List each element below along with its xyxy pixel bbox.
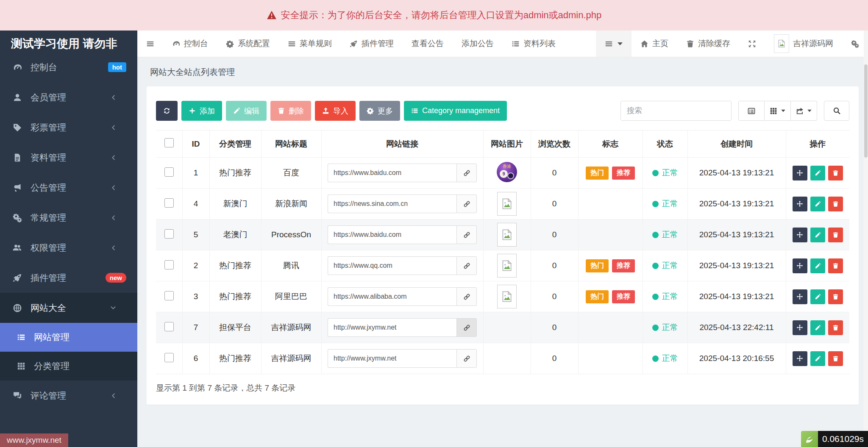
sidebar-subitem-分类管理[interactable]: 分类管理 — [0, 352, 137, 380]
column-header: 网站图片 — [483, 130, 531, 158]
scrollbar[interactable] — [864, 31, 868, 447]
sidebar-item-5[interactable]: 常规管理 — [0, 203, 137, 233]
url-input[interactable] — [328, 256, 456, 275]
url-input[interactable] — [328, 225, 456, 244]
row-move-button[interactable] — [793, 166, 807, 180]
row-move-button[interactable] — [793, 351, 807, 366]
sidebar-subitem-label: 网站管理 — [34, 331, 70, 343]
open-link-button[interactable] — [456, 349, 477, 368]
open-link-button[interactable] — [456, 256, 477, 275]
status-badge: 正常 — [652, 322, 678, 333]
view-button-group — [738, 101, 817, 121]
row-checkbox[interactable] — [164, 353, 174, 362]
row-delete-button[interactable] — [828, 197, 843, 211]
more-button[interactable]: 更多 — [359, 101, 400, 121]
row-edit-button[interactable] — [810, 258, 825, 273]
nav-item-查看公告[interactable]: 查看公告 — [403, 31, 453, 57]
columns-button[interactable] — [765, 101, 791, 121]
sidebar-item-3[interactable]: 资料管理 — [0, 142, 137, 172]
row-edit-button[interactable] — [810, 289, 825, 304]
nav-item-清除缓存[interactable]: 清除缓存 — [677, 31, 739, 57]
row-move-button[interactable] — [793, 228, 807, 242]
toggle-view-button[interactable] — [738, 101, 765, 121]
fullscreen-toggle[interactable] — [739, 31, 765, 57]
cell-category: 热门推荐 — [209, 158, 261, 189]
menu-toggle[interactable] — [137, 31, 163, 57]
sidebar-subitem-网站管理[interactable]: 网站管理 — [0, 323, 137, 352]
url-input[interactable] — [328, 164, 456, 182]
cell-id: 4 — [182, 189, 209, 219]
row-move-button[interactable] — [793, 320, 807, 335]
open-link-button[interactable] — [456, 164, 477, 182]
nav-item-label: 吉祥源码网 — [793, 38, 833, 49]
row-delete-button[interactable] — [828, 320, 843, 335]
row-checkbox[interactable] — [164, 229, 174, 239]
table-row: 4新澳门新浪新闻0正常2025-04-13 19:13:21 — [156, 189, 849, 219]
edit-button[interactable]: 编辑 — [226, 101, 267, 121]
row-checkbox[interactable] — [164, 322, 174, 331]
url-input[interactable] — [328, 318, 456, 337]
cell-created: 2025-04-13 19:13:21 — [687, 219, 786, 250]
row-delete-button[interactable] — [828, 166, 843, 180]
row-move-button[interactable] — [793, 197, 807, 211]
select-all-checkbox[interactable] — [164, 138, 174, 147]
nav-item-菜单规则[interactable]: 菜单规则 — [279, 31, 341, 57]
nav-item-系统配置[interactable]: 系统配置 — [217, 31, 279, 57]
row-delete-button[interactable] — [828, 228, 843, 242]
url-input[interactable] — [328, 349, 456, 368]
row-delete-button[interactable] — [828, 258, 843, 273]
sidebar-item-1[interactable]: 会员管理 — [0, 82, 137, 112]
cell-category: 热门推荐 — [209, 250, 261, 281]
nav-item-插件管理[interactable]: 插件管理 — [341, 31, 403, 57]
refresh-button[interactable] — [156, 101, 178, 121]
category-management-button[interactable]: Category management — [404, 101, 507, 121]
row-checkbox[interactable] — [164, 291, 174, 300]
nav-item-控制台[interactable]: 控制台 — [163, 31, 217, 57]
row-move-button[interactable] — [793, 258, 807, 273]
row-edit-button[interactable] — [810, 320, 825, 335]
open-link-button[interactable] — [456, 225, 477, 244]
sidebar-item-7[interactable]: 插件管理new — [0, 263, 137, 293]
row-checkbox[interactable] — [164, 198, 174, 208]
chevron-left-icon — [107, 392, 120, 399]
nav-item-添加公告[interactable]: 添加公告 — [453, 31, 503, 57]
sidebar-item-8[interactable]: 网站大全 — [0, 293, 137, 323]
row-edit-button[interactable] — [810, 228, 825, 242]
nav-item-资料列表[interactable]: 资料列表 — [503, 31, 565, 57]
export-button[interactable] — [791, 101, 817, 121]
open-link-button[interactable] — [456, 287, 477, 306]
sidebar-item-6[interactable]: 权限管理 — [0, 233, 137, 263]
row-edit-button[interactable] — [810, 197, 825, 211]
row-checkbox[interactable] — [164, 167, 174, 177]
delete-button[interactable]: 删除 — [270, 101, 311, 121]
search-button[interactable] — [824, 101, 849, 121]
url-input[interactable] — [328, 287, 456, 306]
import-button[interactable]: 导入 — [315, 101, 356, 121]
open-link-button[interactable] — [456, 194, 477, 213]
users-icon — [11, 243, 24, 253]
row-checkbox[interactable] — [164, 260, 174, 269]
row-delete-button[interactable] — [828, 351, 843, 366]
open-link-button[interactable] — [456, 318, 477, 337]
cell-title: 新浪新闻 — [261, 189, 321, 219]
nav-item-主页[interactable]: 主页 — [632, 31, 677, 57]
sidebar-item-9[interactable]: 评论管理 — [0, 380, 137, 411]
row-move-button[interactable] — [793, 289, 807, 304]
row-delete-button[interactable] — [828, 289, 843, 304]
load-time-value: 0.061029s — [818, 431, 868, 447]
add-button[interactable]: 添加 — [181, 101, 222, 121]
bullhorn-icon — [11, 183, 24, 192]
row-edit-button[interactable] — [810, 166, 825, 180]
nav-dropdown[interactable] — [596, 31, 632, 57]
search-input[interactable] — [620, 101, 732, 121]
rocket-icon — [11, 273, 24, 283]
user-menu[interactable]: 吉祥源码网 — [765, 31, 842, 57]
home-icon — [640, 40, 648, 48]
scrollbar-thumb[interactable] — [864, 64, 868, 158]
watermark-site-badge: www.jxymw.net — [0, 433, 68, 447]
sidebar-item-2[interactable]: 彩票管理 — [0, 112, 137, 142]
url-input[interactable] — [328, 194, 456, 213]
sidebar-item-4[interactable]: 公告管理 — [0, 172, 137, 203]
cell-views: 0 — [531, 281, 578, 312]
row-edit-button[interactable] — [810, 351, 825, 366]
